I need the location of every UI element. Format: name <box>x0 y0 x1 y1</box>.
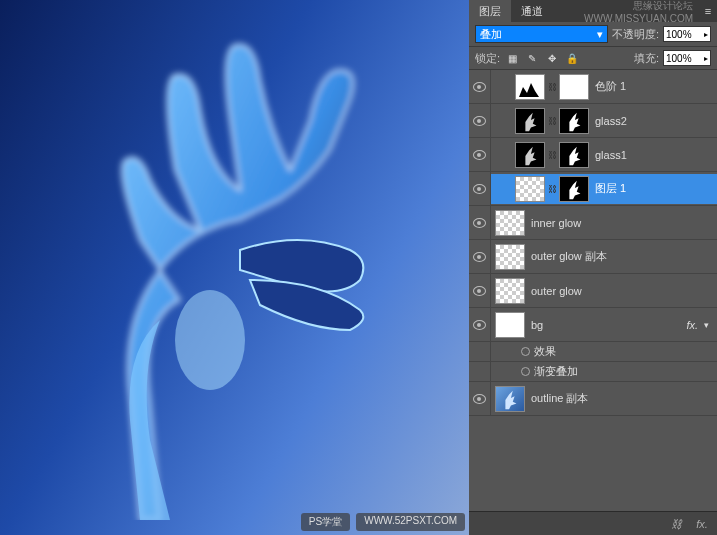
lock-brush-icon[interactable]: ✎ <box>524 50 540 66</box>
layer-thumb <box>495 278 525 304</box>
panel-footer: ⛓ fx. <box>469 511 717 535</box>
layer-row[interactable]: outline 副本 <box>469 382 717 416</box>
layer-thumb <box>495 386 525 412</box>
layer-thumb <box>515 176 545 202</box>
eye-icon <box>473 116 486 126</box>
layer-name: 色阶 1 <box>591 79 626 94</box>
eye-icon <box>473 82 486 92</box>
eye-icon <box>473 394 486 404</box>
fx-gradient-overlay-row[interactable]: 渐变叠加 <box>469 362 717 382</box>
lock-all-icon[interactable]: 🔒 <box>564 50 580 66</box>
visibility-toggle[interactable] <box>469 172 491 205</box>
fx-indicator[interactable]: fx. <box>686 319 702 331</box>
visibility-toggle[interactable] <box>469 308 491 341</box>
layer-row[interactable]: inner glow <box>469 206 717 240</box>
layer-name: glass1 <box>591 149 627 161</box>
watermark-ps-school: PS学堂 <box>301 513 350 531</box>
blend-opacity-row: 叠加▾ 不透明度: 100%▸ <box>469 22 717 47</box>
watermarks: PS学堂 WWW.52PSXT.COM <box>301 513 465 531</box>
visibility-toggle[interactable] <box>469 206 491 239</box>
fx-icon <box>521 347 530 356</box>
forum-title: 思缘设计论坛 WWW.MISSYUAN.COM <box>553 0 699 24</box>
link-icon: ⛓ <box>547 150 557 160</box>
panel-menu-icon[interactable]: ≡ <box>699 5 717 17</box>
chevron-right-icon[interactable]: ▸ <box>704 54 708 63</box>
eye-icon <box>473 150 486 160</box>
link-icon: ⛓ <box>547 82 557 92</box>
artwork-hand <box>60 20 430 520</box>
layer-thumb <box>495 244 525 270</box>
fx-icon[interactable]: fx. <box>693 518 711 530</box>
lock-transparent-icon[interactable]: ▦ <box>504 50 520 66</box>
lock-fill-row: 锁定: ▦ ✎ ✥ 🔒 填充: 100%▸ <box>469 47 717 70</box>
layer-name: outer glow 副本 <box>527 249 607 264</box>
layer-name: outer glow <box>527 285 582 297</box>
chevron-right-icon[interactable]: ▸ <box>704 30 708 39</box>
visibility-toggle[interactable] <box>469 138 491 171</box>
layer-row[interactable]: outer glow 副本 <box>469 240 717 274</box>
lock-label: 锁定: <box>475 51 500 66</box>
layer-thumb <box>515 108 545 134</box>
layer-name: glass2 <box>591 115 627 127</box>
chevron-down-icon[interactable]: ▾ <box>704 320 713 330</box>
opacity-input[interactable]: 100%▸ <box>663 26 711 42</box>
levels-thumb <box>515 74 545 100</box>
mask-thumb <box>559 108 589 134</box>
visibility-toggle[interactable] <box>469 70 491 103</box>
tab-channels[interactable]: 通道 <box>511 0 553 23</box>
mask-thumb <box>559 176 589 202</box>
canvas-area: PS学堂 WWW.52PSXT.COM <box>0 0 469 535</box>
eye-icon <box>473 252 486 262</box>
link-icon: ⛓ <box>547 116 557 126</box>
opacity-label: 不透明度: <box>612 27 659 42</box>
layer-row[interactable]: ⛓ glass1 <box>469 138 717 172</box>
visibility-toggle[interactable] <box>469 342 491 361</box>
eye-icon <box>473 320 486 330</box>
panel-header: 图层 通道 思缘设计论坛 WWW.MISSYUAN.COM ≡ <box>469 0 717 22</box>
layer-name: 图层 1 <box>591 181 626 196</box>
layers-panel: 图层 通道 思缘设计论坛 WWW.MISSYUAN.COM ≡ 叠加▾ 不透明度… <box>469 0 717 535</box>
layer-name: inner glow <box>527 217 581 229</box>
layer-name: outline 副本 <box>527 391 588 406</box>
blend-mode-select[interactable]: 叠加▾ <box>475 25 608 43</box>
fill-label: 填充: <box>634 51 659 66</box>
layers-list[interactable]: ⛓ 色阶 1 ⛓ glass2 ⛓ glass1 <box>469 70 717 511</box>
layer-thumb <box>515 142 545 168</box>
mask-thumb <box>559 74 589 100</box>
visibility-toggle[interactable] <box>469 274 491 307</box>
mask-thumb <box>559 142 589 168</box>
eye-icon <box>473 184 486 194</box>
visibility-toggle[interactable] <box>469 362 491 381</box>
eye-icon <box>473 286 486 296</box>
fx-effects-row[interactable]: 效果 <box>469 342 717 362</box>
fill-input[interactable]: 100%▸ <box>663 50 711 66</box>
visibility-toggle[interactable] <box>469 382 491 415</box>
watermark-domain: WWW.52PSXT.COM <box>356 513 465 531</box>
tab-layers[interactable]: 图层 <box>469 0 511 23</box>
visibility-toggle[interactable] <box>469 240 491 273</box>
layer-row[interactable]: outer glow <box>469 274 717 308</box>
visibility-toggle[interactable] <box>469 104 491 137</box>
link-layers-icon[interactable]: ⛓ <box>667 518 685 530</box>
link-icon: ⛓ <box>547 184 557 194</box>
layer-thumb <box>495 210 525 236</box>
fx-icon <box>521 367 530 376</box>
svg-point-0 <box>175 290 245 390</box>
layer-thumb <box>495 312 525 338</box>
lock-move-icon[interactable]: ✥ <box>544 50 560 66</box>
layer-row[interactable]: bg fx. ▾ <box>469 308 717 342</box>
layer-name: bg <box>527 319 543 331</box>
layer-row[interactable]: ⛓ glass2 <box>469 104 717 138</box>
layer-row[interactable]: ⛓ 色阶 1 <box>469 70 717 104</box>
layer-row-selected[interactable]: ⛓ 图层 1 <box>469 172 717 206</box>
eye-icon <box>473 218 486 228</box>
